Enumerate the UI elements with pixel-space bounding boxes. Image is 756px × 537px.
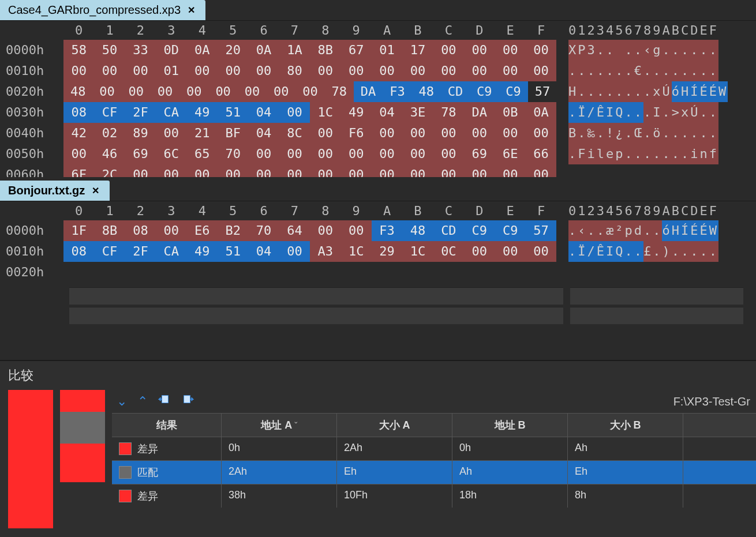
hex-byte[interactable]: 48	[63, 81, 92, 102]
hex-byte[interactable]: 50	[94, 40, 125, 61]
hex-byte[interactable]: 51	[218, 241, 248, 262]
ascii-segment[interactable]: .Filep.......inf	[568, 144, 718, 164]
hex-byte[interactable]	[402, 262, 433, 283]
overview-segment[interactable]	[60, 390, 105, 412]
prev-diff-icon[interactable]: ⌃	[137, 394, 148, 409]
hex-byte[interactable]	[464, 262, 495, 283]
hex-byte[interactable]: 67	[341, 40, 372, 61]
hex-byte[interactable]: 21	[187, 123, 218, 144]
hex-byte[interactable]: 00	[125, 164, 156, 177]
close-tab-icon[interactable]: ✕	[188, 5, 195, 16]
hex-byte[interactable]: 00	[526, 164, 556, 177]
hex-byte[interactable]: 1C	[341, 241, 372, 262]
table-row[interactable]: 差异 38h 10Fh 18h 8h	[112, 484, 756, 508]
hex-byte[interactable]: 00	[218, 164, 248, 177]
hex-byte[interactable]: 00	[433, 164, 464, 177]
hex-byte[interactable]: 00	[433, 61, 464, 81]
hex-byte[interactable]: 00	[310, 144, 340, 164]
hex-byte[interactable]: 00	[402, 164, 433, 177]
overview-segment[interactable]	[60, 412, 105, 443]
copy-left-icon[interactable]	[158, 393, 171, 410]
hex-byte[interactable]: 89	[125, 123, 156, 144]
hex-byte[interactable]: 00	[341, 144, 372, 164]
hex-byte[interactable]: 00	[310, 123, 340, 144]
table-header[interactable]: 结果	[112, 414, 222, 437]
ascii-segment[interactable]: óHÍÉÉW	[672, 81, 728, 102]
hex-byte[interactable]: 0A	[526, 102, 556, 123]
hex-byte[interactable]: 0A	[187, 40, 218, 61]
hex-byte[interactable]: 00	[341, 61, 372, 81]
hex-byte[interactable]: 78	[433, 102, 464, 123]
hex-byte[interactable]: 17	[402, 40, 433, 61]
ascii-segment[interactable]: .Ï/ÊIQ..	[568, 102, 643, 123]
hex-byte[interactable]: 00	[151, 81, 179, 102]
hex-row[interactable]: 0000h1F8B0800E6B270640000F348CDC9C957.‹.…	[0, 220, 756, 241]
hex-byte[interactable]: 80	[279, 61, 310, 81]
hex-byte[interactable]	[279, 262, 310, 283]
hex-byte[interactable]: 00	[464, 61, 495, 81]
hex-byte[interactable]: F6	[341, 123, 372, 144]
hex-byte[interactable]: 00	[464, 241, 495, 262]
overview-segment[interactable]	[8, 390, 53, 528]
hex-byte[interactable]: 08	[63, 102, 94, 123]
hex-byte[interactable]: 66	[526, 144, 556, 164]
hex-byte[interactable]: CA	[156, 241, 186, 262]
close-tab-icon[interactable]: ✕	[92, 185, 99, 196]
hex-byte[interactable]: BF	[218, 123, 248, 144]
hex-byte[interactable]: 00	[248, 144, 279, 164]
hex-byte[interactable]: 00	[433, 40, 464, 61]
hex-byte[interactable]: 00	[372, 123, 402, 144]
hex-byte[interactable]: 51	[218, 102, 248, 123]
hex-byte[interactable]: 00	[187, 164, 218, 177]
hex-byte[interactable]: 49	[187, 241, 218, 262]
hex-byte[interactable]: 48	[402, 220, 433, 241]
hex-byte[interactable]: 1C	[310, 102, 340, 123]
hex-byte[interactable]: 0B	[495, 102, 525, 123]
hex-byte[interactable]: 00	[279, 144, 310, 164]
hex-byte[interactable]	[187, 262, 218, 283]
next-diff-icon[interactable]: ⌄	[117, 394, 127, 409]
hex-byte[interactable]: 00	[279, 241, 310, 262]
table-header[interactable]: 地址 A	[222, 414, 337, 437]
hex-byte[interactable]: 69	[464, 144, 495, 164]
table-header[interactable]: 大小 A	[337, 414, 452, 437]
hex-byte[interactable]: 00	[238, 81, 267, 102]
hex-byte[interactable]: 04	[248, 241, 279, 262]
hex-row[interactable]: 0060h6F2C0000000000000000000000000000	[0, 164, 756, 177]
hex-row[interactable]: 0050h0046696C657000000000000000696E66.Fi…	[0, 144, 756, 164]
overview-map[interactable]	[8, 390, 105, 536]
hex-byte[interactable]: 3E	[402, 102, 433, 123]
hex-byte[interactable]: 69	[125, 144, 156, 164]
hex-byte[interactable]: 00	[179, 81, 208, 102]
hex-byte[interactable]: 70	[218, 144, 248, 164]
hex-byte[interactable]: 00	[402, 123, 433, 144]
hex-byte[interactable]: 2F	[125, 241, 156, 262]
hex-byte[interactable]: 57	[528, 81, 557, 102]
hex-byte[interactable]: 00	[464, 123, 495, 144]
table-header[interactable]: 地址 B	[452, 414, 568, 437]
file-tab-2[interactable]: Bonjour.txt.gz ✕	[0, 181, 110, 201]
hex-byte[interactable]: 00	[495, 40, 525, 61]
hex-byte[interactable]: 8B	[94, 220, 125, 241]
hex-byte[interactable]: B2	[218, 220, 248, 241]
hex-byte[interactable]: F3	[372, 220, 402, 241]
hex-row[interactable]: 0010h08CF2FCA49510400A31C291C0C000000.Ï/…	[0, 241, 756, 262]
hex-byte[interactable]: 00	[310, 61, 340, 81]
hex-byte[interactable]: 04	[372, 102, 402, 123]
hex-byte[interactable]	[63, 262, 94, 283]
hex-byte[interactable]: DA	[354, 81, 383, 102]
hex-byte[interactable]: 00	[372, 164, 402, 177]
hex-byte[interactable]: 00	[63, 144, 94, 164]
hex-byte[interactable]: 00	[526, 61, 556, 81]
ascii-segment[interactable]: B.‰.!¿.Œ.ö......	[568, 123, 718, 144]
hex-byte[interactable]: 00	[464, 40, 495, 61]
hex-row[interactable]: 0020h48000000000000000078DAF348CDC9C957H…	[0, 81, 756, 102]
ascii-segment[interactable]: .Ï/ÊIQ..	[568, 241, 643, 262]
ascii-segment[interactable]: .‹..æ²pd..	[568, 220, 662, 241]
hex-byte[interactable]: 01	[372, 40, 402, 61]
hex-byte[interactable]: 00	[372, 144, 402, 164]
hex-byte[interactable]: 00	[94, 61, 125, 81]
hex-byte[interactable]: F3	[383, 81, 411, 102]
hex-byte[interactable]: 01	[156, 61, 186, 81]
hex-byte[interactable]: 00	[433, 123, 464, 144]
